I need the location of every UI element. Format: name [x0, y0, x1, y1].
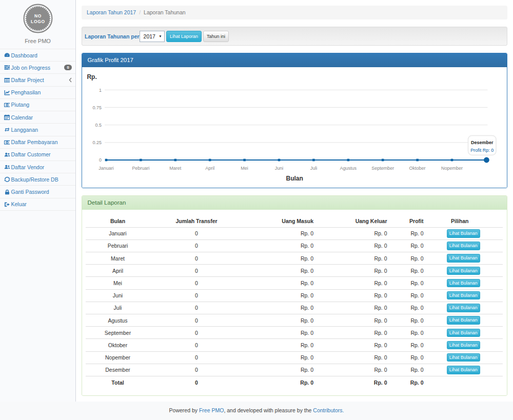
- svg-text:September: September: [371, 166, 394, 171]
- svg-text:Oktober: Oktober: [409, 166, 425, 171]
- svg-text:Maret: Maret: [169, 166, 182, 171]
- svg-text:0.5: 0.5: [95, 123, 102, 128]
- svg-text:Bulan: Bulan: [286, 175, 303, 182]
- svg-text:Januari: Januari: [98, 166, 114, 171]
- svg-text:Mei: Mei: [241, 166, 248, 171]
- svg-text:Profit Rp: 0: Profit Rp: 0: [470, 148, 494, 153]
- svg-text:NO: NO: [34, 13, 41, 18]
- svg-text:0: 0: [98, 157, 101, 163]
- svg-text:Juli: Juli: [310, 166, 317, 171]
- svg-text:Agustus: Agustus: [340, 166, 357, 171]
- svg-text:0.25: 0.25: [92, 140, 102, 145]
- svg-text:LOGO: LOGO: [31, 19, 45, 24]
- svg-text:April: April: [205, 166, 214, 171]
- svg-text:Rp.: Rp.: [87, 73, 96, 81]
- svg-text:1: 1: [98, 88, 101, 93]
- svg-text:Desember: Desember: [470, 140, 493, 145]
- svg-text:Nopember: Nopember: [441, 166, 462, 171]
- svg-text:0.75: 0.75: [92, 105, 102, 110]
- svg-text:Pebruari: Pebruari: [132, 166, 149, 171]
- svg-text:Juni: Juni: [274, 166, 283, 171]
